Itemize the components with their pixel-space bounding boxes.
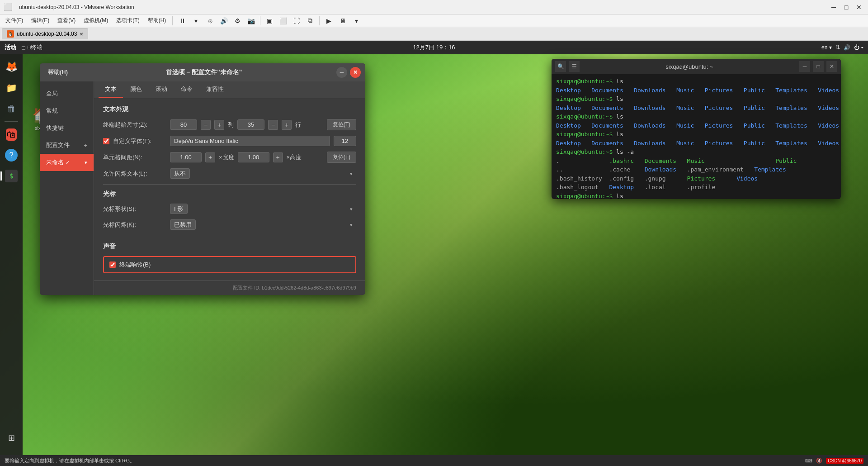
terminal-menu-button[interactable]: □ □终端 — [22, 43, 42, 52]
prefs-title: 首选项 – 配置文件"未命名" — [71, 68, 336, 76]
files-icon: 📁 — [6, 82, 17, 93]
menu-help[interactable]: 帮助(H) — [144, 16, 170, 25]
power-menu-icon[interactable]: ⏻ ▾ — [854, 44, 863, 51]
menu-vm[interactable]: 虚拟机(M) — [80, 16, 112, 25]
height-label: ×高度 — [287, 153, 302, 162]
width-input[interactable] — [170, 152, 202, 162]
sidebar-item-general[interactable]: 常规 — [40, 102, 94, 119]
menu-view[interactable]: 查看(V) — [54, 16, 79, 25]
prefs-sidebar: 全局 常规 快捷键 配置文件 + 未命名 ✓ ▾ — [40, 81, 94, 295]
blink-select-wrapper: 从不 — [170, 168, 356, 179]
rows-decrement[interactable]: − — [268, 120, 278, 130]
custom-font-checkbox[interactable] — [103, 138, 109, 144]
tab-compat[interactable]: 兼容性 — [200, 81, 230, 98]
terminal-close-button[interactable]: ✕ — [826, 61, 837, 72]
sidebar-item-global[interactable]: 全局 — [40, 85, 94, 102]
taskbar-apps-button[interactable]: ⊞ — [2, 429, 20, 447]
custom-font-row: 自定义字体(F): — [103, 136, 356, 146]
menu-edit[interactable]: 编辑(E) — [28, 16, 53, 25]
bell-checkbox-row: 终端响铃(B) — [109, 261, 350, 269]
menu-file[interactable]: 文件(F) — [2, 16, 27, 25]
taskbar-files[interactable]: 📁 — [2, 79, 20, 97]
cols-decrement[interactable]: − — [201, 120, 211, 130]
cursor-shape-row: 光标形状(S): I 形 — [103, 204, 356, 214]
size-reset-button[interactable]: 复位(T) — [327, 119, 356, 130]
vmware-tabbar: 🐧 ubuntu-desktop-20.04.03 ✕ — [0, 27, 868, 41]
font-input[interactable] — [170, 136, 330, 146]
cols-increment[interactable]: + — [214, 120, 224, 130]
sound-icon[interactable]: 🔊 — [844, 44, 850, 51]
display-dropdown[interactable]: ▾ — [350, 15, 363, 26]
taskbar-trash[interactable]: 🗑 — [2, 100, 20, 118]
bell-label: 终端响铃(B) — [119, 261, 151, 269]
taskbar-software[interactable]: 🛍 — [2, 125, 20, 143]
view-single[interactable]: ▣ — [263, 15, 276, 26]
rows-increment[interactable]: + — [282, 120, 292, 130]
cmd-5: ls -a — [616, 148, 634, 155]
menu-tab[interactable]: 选项卡(T) — [113, 16, 143, 25]
vm-tab-ubuntu[interactable]: 🐧 ubuntu-desktop-20.04.03 ✕ — [2, 28, 88, 39]
status-right: ⌨ 🔇 CSDN @666670 — [805, 458, 863, 464]
sidebar-item-shortcuts[interactable]: 快捷键 — [40, 119, 94, 137]
height-increment[interactable]: + — [273, 152, 283, 162]
cell-reset-button[interactable]: 复位(T) — [327, 152, 356, 163]
taskbar-terminal[interactable]: $ — [2, 167, 20, 185]
sidebar-item-profiles[interactable]: 配置文件 + — [40, 137, 94, 154]
send-ctrl-alt-del[interactable]: ⎋ — [204, 15, 217, 26]
minimize-button[interactable]: ─ — [828, 2, 839, 13]
taskbar-firefox[interactable]: 🦊 — [2, 58, 20, 76]
tab-color[interactable]: 颜色 — [124, 81, 148, 98]
terminal-hamburger-button[interactable]: ☰ — [569, 61, 580, 72]
language-indicator[interactable]: en ▾ — [821, 44, 832, 51]
view-tabs[interactable]: ⬜ — [277, 15, 289, 26]
tab-scroll[interactable]: 滚动 — [149, 81, 174, 98]
cursor-shape-label: 光标形状(S): — [103, 205, 166, 213]
view-zoom[interactable]: ⧉ — [304, 15, 316, 26]
power-controls: ⏸ ▾ — [176, 15, 202, 26]
prefs-help-button[interactable]: 帮助(H) — [44, 67, 71, 77]
power-button[interactable]: ⏸ — [176, 15, 189, 26]
audio-btn[interactable]: 🔊 — [217, 15, 230, 26]
console-btn[interactable]: ▶ — [322, 15, 335, 26]
network-icon[interactable]: ⇅ — [835, 44, 840, 51]
custom-font-label: 自定义字体(F): — [113, 137, 151, 145]
activities-button[interactable]: 活动 — [5, 43, 16, 52]
vmware-titlebar: ⬜ ubuntu-desktop-20.04.03 - VMware Works… — [0, 0, 868, 14]
trash-icon: 🗑 — [7, 104, 16, 114]
taskbar-help[interactable]: ? — [2, 146, 20, 164]
rows-input[interactable] — [237, 119, 264, 130]
terminal-body[interactable]: sixqaq@ubuntu:~$ ls Desktop Documents Do… — [552, 74, 841, 199]
prefs-close-button[interactable]: ✕ — [350, 67, 361, 78]
add-profile-button[interactable]: + — [84, 142, 87, 149]
prefs-minimize-button[interactable]: ─ — [336, 67, 347, 78]
vm-tab-close[interactable]: ✕ — [80, 32, 83, 37]
terminal-minimize-button[interactable]: ─ — [799, 61, 810, 72]
maximize-button[interactable]: □ — [841, 2, 852, 13]
cursor-shape-select[interactable]: I 形 — [170, 204, 188, 214]
sidebar-item-unnamed[interactable]: 未命名 ✓ ▾ — [40, 154, 94, 171]
sound-box: 终端响铃(B) — [103, 256, 356, 273]
tab-command[interactable]: 命令 — [175, 81, 199, 98]
terminal-maximize-button[interactable]: □ — [813, 61, 824, 72]
firefox-icon: 🦊 — [5, 61, 18, 73]
cols-input[interactable] — [170, 119, 197, 130]
cursor-blink-select[interactable]: 已禁用 — [170, 219, 196, 230]
tab-text[interactable]: 文本 — [99, 81, 123, 98]
profile-dropdown-icon[interactable]: ▾ — [85, 160, 87, 166]
close-button[interactable]: ✕ — [854, 2, 864, 13]
display-btn[interactable]: 🖥 — [337, 15, 349, 26]
font-size-input[interactable] — [334, 136, 356, 146]
apps-grid-icon: ⊞ — [8, 433, 15, 443]
snapshot-btn[interactable]: 📷 — [245, 15, 257, 26]
view-full[interactable]: ⛶ — [290, 15, 303, 26]
power-dropdown[interactable]: ▾ — [189, 15, 202, 26]
height-input[interactable] — [238, 152, 269, 162]
vm-settings[interactable]: ⚙ — [231, 15, 244, 26]
width-increment[interactable]: + — [205, 152, 215, 162]
cmd-1: ls — [616, 78, 623, 85]
blink-text-select[interactable]: 从不 — [170, 168, 190, 179]
terminal-search-button[interactable]: 🔍 — [555, 61, 566, 72]
status-message: 要将输入定向到虚拟机，请在虚拟机内部单击或按 Ctrl+G。 — [5, 457, 135, 464]
prefs-content: 文本 颜色 滚动 命令 兼容性 文本外观 终端起始尺寸(Z): − + 列 — [94, 81, 365, 295]
bell-checkbox[interactable] — [109, 262, 116, 268]
